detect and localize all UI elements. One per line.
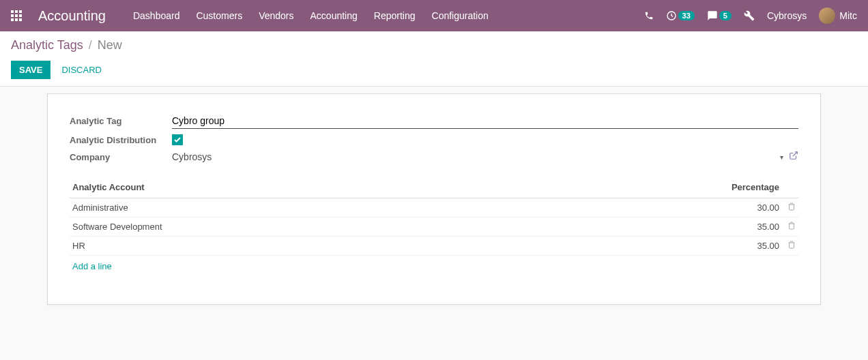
tools-icon[interactable] (744, 10, 755, 21)
avatar (819, 7, 835, 24)
td-account: Administrative (72, 202, 697, 213)
td-percentage: 35.00 (697, 222, 779, 232)
trash-icon[interactable] (779, 241, 796, 251)
table-row[interactable]: HR 35.00 (70, 237, 798, 256)
phone-icon[interactable] (644, 11, 654, 20)
nav-vendors[interactable]: Vendors (259, 10, 293, 21)
save-button[interactable]: SAVE (11, 61, 50, 79)
checkbox-analytic-distribution[interactable] (172, 134, 183, 145)
button-row: SAVE DISCARD (11, 61, 857, 79)
nav-reporting[interactable]: Reporting (374, 10, 416, 21)
chat-icon[interactable]: 5 (707, 10, 732, 21)
nav-dashboard[interactable]: Dashboard (133, 10, 180, 21)
breadcrumb: Analytic Tags / New (11, 38, 857, 52)
table-row[interactable]: Administrative 30.00 (70, 198, 798, 217)
table-header: Analytic Account Percentage (70, 177, 798, 198)
td-percentage: 35.00 (697, 241, 779, 251)
th-analytic-account[interactable]: Analytic Account (72, 182, 700, 192)
td-percentage: 30.00 (697, 202, 779, 213)
activity-badge: 33 (678, 11, 695, 20)
breadcrumb-parent[interactable]: Analytic Tags (11, 38, 83, 52)
nav-menu: Dashboard Customers Vendors Accounting R… (133, 10, 644, 21)
nav-right: 33 5 Cybrosys Mitc (644, 7, 857, 24)
trash-icon[interactable] (779, 222, 796, 232)
activity-icon[interactable]: 33 (666, 10, 695, 21)
td-account: Software Development (72, 222, 697, 232)
th-percentage[interactable]: Percentage (700, 182, 796, 192)
label-analytic-distribution: Analytic Distribution (70, 135, 172, 145)
discard-button[interactable]: DISCARD (56, 61, 107, 79)
breadcrumb-current: New (98, 38, 122, 52)
field-company: Company Cybrosys ▾ (70, 151, 798, 163)
td-account: HR (72, 241, 697, 251)
field-analytic-distribution: Analytic Distribution (70, 134, 798, 145)
app-title: Accounting (38, 8, 106, 24)
field-analytic-tag: Analytic Tag (70, 113, 798, 129)
breadcrumb-separator: / (89, 38, 92, 52)
nav-customers[interactable]: Customers (196, 10, 242, 21)
trash-icon[interactable] (779, 202, 796, 213)
external-link-icon[interactable] (789, 151, 798, 163)
form-sheet: Analytic Tag Analytic Distribution Compa… (47, 93, 821, 305)
company-name[interactable]: Cybrosys (767, 10, 807, 21)
chat-badge: 5 (719, 11, 732, 20)
input-analytic-tag[interactable] (172, 113, 798, 129)
nav-accounting[interactable]: Accounting (310, 10, 358, 21)
label-company: Company (70, 152, 172, 162)
user-menu[interactable]: Mitc (819, 7, 857, 24)
top-nav: Accounting Dashboard Customers Vendors A… (0, 0, 868, 31)
control-panel: Analytic Tags / New SAVE DISCARD (0, 31, 868, 87)
company-dropdown-icon[interactable]: ▾ (780, 153, 783, 161)
add-line-button[interactable]: Add a line (70, 256, 798, 277)
svg-line-1 (793, 152, 797, 156)
table-row[interactable]: Software Development 35.00 (70, 217, 798, 237)
main-content: Analytic Tag Analytic Distribution Compa… (0, 87, 868, 332)
label-analytic-tag: Analytic Tag (70, 116, 172, 126)
value-company[interactable]: Cybrosys (172, 151, 780, 162)
distribution-table: Analytic Account Percentage Administrati… (70, 177, 798, 277)
user-name: Mitc (839, 10, 857, 21)
nav-configuration[interactable]: Configuration (432, 10, 489, 21)
apps-icon[interactable] (11, 10, 22, 21)
